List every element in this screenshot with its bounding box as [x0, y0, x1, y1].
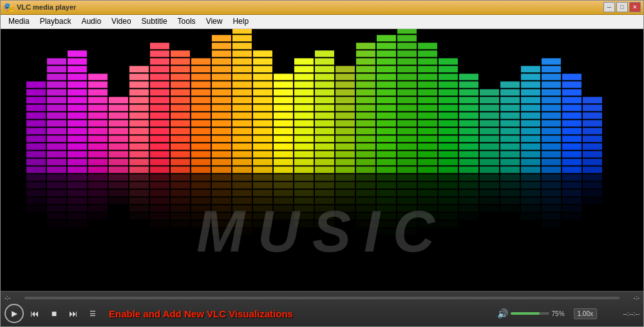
titlebar-left: 🎭 VLC media player [3, 2, 76, 12]
menu-item-view[interactable]: View [201, 15, 228, 27]
app-window: 🎭 VLC media player ─ □ ✕ MediaPlaybackAu… [0, 0, 644, 327]
progress-bar[interactable] [24, 297, 620, 299]
time-elapsed: -:- [5, 294, 21, 301]
time-display: --:--:-- [601, 310, 639, 317]
play-button[interactable]: ▶ [5, 304, 24, 323]
toggle-playlist-button[interactable]: ☰ [84, 305, 101, 322]
volume-label: 75% [552, 310, 570, 317]
volume-fill [511, 312, 540, 315]
volume-area: 🔊 75% [497, 308, 570, 319]
speed-button[interactable]: 1.00x [574, 308, 597, 319]
titlebar: 🎭 VLC media player ─ □ ✕ [1, 1, 643, 15]
menu-item-playback[interactable]: Playback [35, 15, 77, 27]
window-title: VLC media player [17, 3, 76, 11]
titlebar-buttons: ─ □ ✕ [603, 2, 641, 12]
menu-item-video[interactable]: Video [106, 15, 136, 27]
visualization-area: MUSIC [1, 29, 643, 291]
maximize-button[interactable]: □ [616, 2, 628, 12]
menu-item-tools[interactable]: Tools [173, 15, 201, 27]
menu-item-audio[interactable]: Audio [76, 15, 106, 27]
time-remaining: -:- [623, 294, 639, 301]
close-button[interactable]: ✕ [629, 2, 641, 12]
equalizer-canvas [1, 29, 643, 291]
menubar: MediaPlaybackAudioVideoSubtitleToolsView… [1, 15, 643, 29]
minimize-button[interactable]: ─ [603, 2, 615, 12]
progress-area: -:- -:- [5, 294, 639, 301]
right-controls: 🔊 75% 1.00x --:--:-- [497, 308, 639, 319]
volume-icon: 🔊 [497, 308, 508, 319]
menu-item-subtitle[interactable]: Subtitle [137, 15, 173, 27]
stop-button[interactable]: ■ [46, 305, 62, 322]
volume-slider[interactable] [511, 312, 549, 315]
menu-item-media[interactable]: Media [3, 15, 35, 27]
controls-bar: -:- -:- ▶ ⏮ ■ ⏭ ☰ Enable and Add New VLC… [1, 291, 643, 326]
vlc-logo-icon: 🎭 [3, 2, 14, 12]
buttons-row: ▶ ⏮ ■ ⏭ ☰ Enable and Add New VLC Visuali… [5, 304, 639, 323]
status-text: Enable and Add New VLC Visualizations [104, 308, 495, 319]
prev-button[interactable]: ⏮ [26, 305, 43, 322]
menu-item-help[interactable]: Help [227, 15, 254, 27]
next-button[interactable]: ⏭ [65, 305, 82, 322]
